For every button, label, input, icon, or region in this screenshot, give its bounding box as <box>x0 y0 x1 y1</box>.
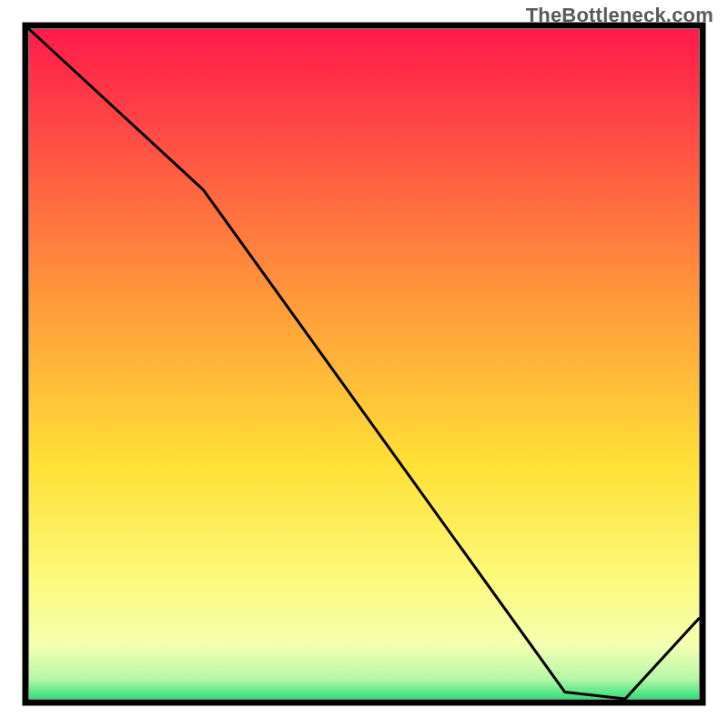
chart-container: TheBottleneck.com <box>0 0 728 728</box>
chart-svg <box>0 0 728 728</box>
chart-background <box>29 29 699 699</box>
